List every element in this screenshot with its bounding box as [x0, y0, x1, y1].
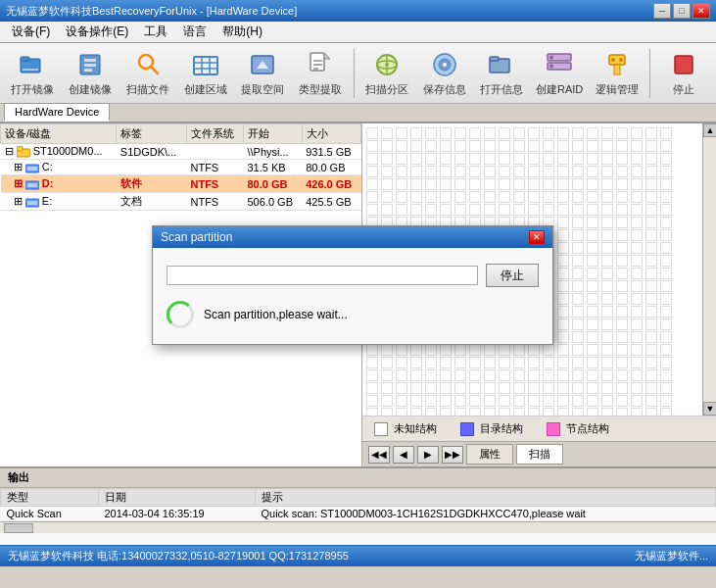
grid-cell: [572, 280, 584, 292]
fs-cell-0: [186, 144, 243, 160]
nav-tab-properties[interactable]: 属性: [466, 444, 513, 465]
open-image-button[interactable]: 打开镜像: [6, 47, 60, 100]
grid-cell: [425, 153, 437, 165]
grid-cell: [660, 306, 672, 318]
grid-cell: [543, 127, 554, 139]
scan-status-row: Scan partition,please wait...: [167, 301, 539, 328]
menu-tools[interactable]: 工具: [136, 22, 175, 42]
grid-cell: [572, 369, 584, 381]
grid-cell: [454, 408, 466, 416]
grid-cell: [499, 191, 510, 203]
grid-cell: [543, 369, 554, 381]
scan-partition-button[interactable]: 扫描分区: [359, 47, 413, 100]
grid-cell: [645, 178, 657, 190]
close-button[interactable]: ✕: [692, 3, 710, 19]
grid-cell: [587, 242, 598, 254]
grid-cell: [528, 204, 540, 216]
nav-last-button[interactable]: ▶▶: [442, 446, 463, 464]
grid-cell: [484, 382, 496, 394]
create-raid-button[interactable]: 创建RAID: [533, 47, 587, 100]
size-cell-0: 931.5 GB: [302, 144, 360, 160]
grid-cell: [616, 178, 628, 190]
grid-cell: [396, 178, 407, 190]
grid-cell: [366, 178, 378, 190]
output-title: 输出: [0, 468, 716, 488]
grid-cell: [454, 204, 466, 216]
grid-cell: [528, 178, 540, 190]
create-region-button[interactable]: 创建区域: [178, 47, 232, 100]
open-image-icon: [17, 49, 48, 80]
grid-cell: [484, 191, 496, 203]
disk-row-2[interactable]: ⊞ D: 软件 NTFS 80.0 GB 426.0 GB: [1, 175, 361, 193]
grid-cell: [631, 268, 643, 279]
grid-cell: [454, 140, 466, 152]
grid-cell: [381, 140, 393, 152]
menu-help[interactable]: 帮助(H): [215, 22, 270, 42]
scan-files-button[interactable]: 扫描文件: [121, 47, 175, 100]
disk-row-0[interactable]: ⊟ ST1000DM0... S1DGDK\... \\Physi... 931…: [1, 144, 361, 160]
grid-cell: [572, 293, 584, 305]
svg-rect-38: [675, 56, 692, 74]
scroll-thumb[interactable]: [4, 523, 33, 533]
output-scrollbar[interactable]: [0, 521, 716, 533]
grid-cell: [572, 395, 584, 407]
stop-button[interactable]: 停止: [656, 47, 710, 100]
right-scrollbar[interactable]: ▲ ▼: [702, 123, 716, 416]
dialog-close-button[interactable]: ✕: [529, 230, 545, 244]
tab-hardware-device[interactable]: HardWare Device: [4, 103, 110, 122]
open-info-button[interactable]: 打开信息: [475, 47, 529, 100]
stop-scan-button[interactable]: 停止: [486, 264, 539, 287]
nav-tab-scan[interactable]: 扫描: [516, 444, 563, 465]
size-cell-3: 425.5 GB: [302, 193, 360, 211]
extract-space-button[interactable]: 提取空间: [236, 47, 290, 100]
loading-spinner: [167, 301, 194, 328]
save-info-button[interactable]: 保存信息: [417, 47, 471, 100]
nav-first-button[interactable]: ◀◀: [368, 446, 390, 464]
svg-rect-44: [27, 183, 37, 187]
grid-cell: [645, 229, 657, 241]
type-extract-button[interactable]: 类型提取: [294, 47, 348, 100]
grid-cell: [513, 204, 525, 216]
grid-cell: [557, 140, 569, 152]
create-image-button[interactable]: 创建镜像: [64, 47, 118, 100]
scroll-down[interactable]: ▼: [703, 402, 716, 416]
menu-language[interactable]: 语言: [175, 22, 215, 42]
grid-cell: [410, 153, 422, 165]
menu-device[interactable]: 设备(F): [4, 22, 58, 42]
grid-cell: [425, 178, 437, 190]
nav-prev-button[interactable]: ◀: [393, 446, 414, 464]
col-filesystem: 文件系统: [186, 124, 243, 144]
grid-cell: [572, 382, 584, 394]
grid-cell: [410, 395, 422, 407]
grid-cell: [616, 217, 628, 228]
scroll-up[interactable]: ▲: [703, 123, 716, 137]
logic-manage-button[interactable]: 逻辑管理: [590, 47, 644, 100]
grid-cell: [366, 395, 378, 407]
minimize-button[interactable]: ─: [653, 3, 671, 19]
grid-cell: [396, 344, 407, 356]
save-info-icon: [429, 49, 460, 80]
grid-cell: [454, 166, 466, 177]
toolbar-separator-2: [649, 49, 650, 98]
grid-cell: [484, 408, 496, 416]
grid-cell: [616, 408, 628, 416]
grid-cell: [396, 382, 407, 394]
grid-cell: [484, 153, 496, 165]
nav-next-button[interactable]: ▶: [417, 446, 439, 464]
grid-cell: [454, 369, 466, 381]
svg-rect-29: [490, 57, 499, 61]
disk-row-1[interactable]: ⊞ C: NTFS 31.5 KB 80.0 GB: [1, 160, 361, 175]
grid-cell: [601, 127, 613, 139]
menu-device-ops[interactable]: 设备操作(E): [58, 22, 136, 42]
grid-cell: [601, 191, 613, 203]
svg-rect-40: [17, 146, 23, 151]
grid-cell: [484, 369, 496, 381]
extract-space-label: 提取空间: [241, 82, 284, 97]
disk-row-3[interactable]: ⊞ E: 文档 NTFS 506.0 GB 425.5 GB: [1, 193, 361, 211]
grid-cell: [616, 280, 628, 292]
grid-cell: [454, 127, 466, 139]
maximize-button[interactable]: □: [673, 3, 691, 19]
grid-cell: [410, 166, 422, 177]
grid-cell: [660, 127, 672, 139]
grid-cell: [425, 191, 437, 203]
